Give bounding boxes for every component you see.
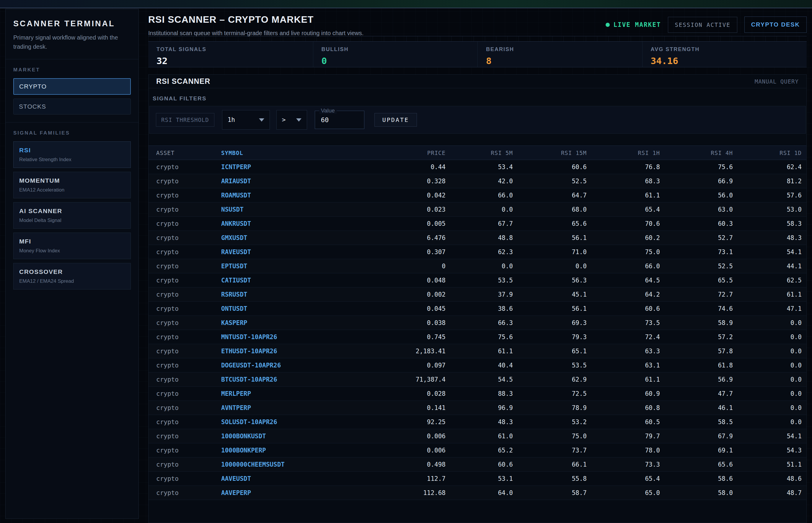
cell-rsi-4h: 58.0 (668, 489, 741, 497)
stat-label: TOTAL SIGNALS (157, 46, 313, 53)
symbol-link[interactable]: AAVEUSDT (217, 475, 380, 482)
cell-price: 112.68 (380, 489, 453, 497)
family-desc: Money Flow Index (19, 248, 125, 254)
cell-rsi-4h: 52.5 (668, 263, 741, 270)
market-button-crypto[interactable]: CRYPTO (13, 78, 131, 95)
cell-price: 0.005 (380, 220, 453, 227)
top-decor-bar (0, 0, 812, 8)
symbol-link[interactable]: MNTUSDT-10APR26 (217, 333, 380, 341)
stat-bullish: BULLISH 0 (313, 42, 478, 67)
table-row[interactable]: crypto EPTUSDT 0 0.0 0.0 66.0 52.5 44.1 (148, 259, 806, 273)
cell-rsi-5m: 48.8 (453, 234, 520, 241)
table-row[interactable]: crypto AVNTPERP 0.141 96.9 78.9 60.8 46.… (148, 401, 806, 415)
symbol-link[interactable]: ICNTPERP (217, 163, 380, 170)
table-row[interactable]: crypto MNTUSDT-10APR26 0.745 75.6 79.3 7… (148, 330, 806, 344)
family-card-crossover[interactable]: CROSSOVER EMA12 / EMA24 Spread (13, 263, 131, 290)
table-row[interactable]: crypto ARIAUSDT 0.328 42.0 52.5 68.3 66.… (148, 174, 806, 188)
cell-asset: crypto (148, 263, 217, 270)
cell-asset: crypto (148, 220, 217, 227)
table-row[interactable]: crypto ANKRUSDT 0.005 67.7 65.6 70.6 60.… (148, 217, 806, 231)
table-row[interactable]: crypto BTCUSDT-10APR26 71,387.4 54.5 62.… (148, 373, 806, 386)
symbol-link[interactable]: ONTUSDT (217, 305, 380, 312)
cell-rsi-1h: 76.8 (594, 163, 668, 170)
table-row[interactable]: crypto GMXUSDT 6.476 48.8 56.1 60.2 52.7… (148, 231, 806, 245)
sidebar: SCANNER TERMINAL Primary signal workflow… (5, 9, 139, 519)
table-row[interactable]: crypto RAVEUSDT 0.307 62.3 71.0 75.0 73.… (148, 245, 806, 259)
column-header-symbol: SYMBOL (217, 150, 380, 156)
symbol-link[interactable]: RSRUSDT (217, 291, 380, 298)
symbol-link[interactable]: DOGEUSDT-10APR26 (217, 362, 380, 369)
cell-rsi-5m: 61.1 (453, 348, 520, 355)
cell-rsi-5m: 53.1 (453, 475, 520, 482)
timeframe-select[interactable]: 1h (222, 110, 270, 130)
symbol-link[interactable]: ANKRUSDT (217, 220, 380, 227)
table-row[interactable]: crypto AAVEPERP 112.68 64.0 58.7 65.0 58… (148, 486, 806, 500)
symbol-link[interactable]: BTCUSDT-10APR26 (217, 376, 380, 383)
table-row[interactable]: crypto RSRUSDT 0.002 37.9 45.1 64.2 72.7… (148, 287, 806, 302)
table-row[interactable]: crypto DOGEUSDT-10APR26 0.097 40.4 53.5 … (148, 358, 806, 373)
family-card-ai-scanner[interactable]: AI SCANNER Model Delta Signal (13, 202, 131, 229)
cell-rsi-1d: 0.0 (741, 348, 806, 355)
table-row[interactable]: crypto ONTUSDT 0.045 38.6 56.1 60.6 74.6… (148, 302, 806, 316)
cell-price: 92.25 (380, 418, 453, 426)
threshold-value-input[interactable]: Value 60 (315, 111, 364, 129)
symbol-link[interactable]: ROAMUSDT (217, 192, 380, 199)
table-row[interactable]: crypto ETHUSDT-10APR26 2,183.41 61.1 65.… (148, 344, 806, 358)
table-row[interactable]: crypto AAVEUSDT 112.7 53.1 55.8 65.4 58.… (148, 472, 806, 486)
symbol-link[interactable]: RAVEUSDT (217, 249, 380, 256)
cell-rsi-5m: 88.3 (453, 390, 520, 397)
cell-rsi-1h: 63.3 (594, 348, 668, 355)
symbol-link[interactable]: SOLUSDT-10APR26 (217, 418, 380, 426)
scanner-header: RSI SCANNER MANUAL QUERY (148, 75, 806, 88)
symbol-link[interactable]: EPTUSDT (217, 263, 380, 270)
symbol-link[interactable]: 1000BONKPERP (217, 447, 380, 454)
cell-rsi-4h: 65.5 (668, 277, 741, 284)
symbol-link[interactable]: NSUSDT (217, 206, 380, 213)
table-row[interactable]: crypto CATIUSDT 0.048 53.5 56.3 64.5 65.… (148, 273, 806, 287)
family-name: CROSSOVER (19, 268, 125, 275)
family-card-momentum[interactable]: MOMENTUM EMA12 Acceleration (13, 172, 131, 198)
column-header-rsi-5m: RSI 5M (453, 150, 520, 156)
cell-rsi-1d: 51.1 (741, 461, 806, 468)
cell-asset: crypto (148, 433, 217, 440)
symbol-link[interactable]: GMXUSDT (217, 234, 380, 241)
cell-rsi-15m: 52.5 (520, 178, 594, 185)
symbol-link[interactable]: ETHUSDT-10APR26 (217, 348, 380, 355)
cell-rsi-1d: 48.7 (741, 489, 806, 497)
cell-price: 0.328 (380, 178, 453, 185)
table-row[interactable]: crypto NSUSDT 0.023 0.0 68.0 65.4 63.0 5… (148, 202, 806, 217)
cell-asset: crypto (148, 475, 217, 482)
symbol-link[interactable]: KASPERP (217, 319, 380, 326)
symbol-link[interactable]: 1000BONKUSDT (217, 433, 380, 440)
table-row[interactable]: crypto ICNTPERP 0.44 53.4 60.6 76.8 75.6… (148, 160, 806, 174)
family-card-mfi[interactable]: MFI Money Flow Index (13, 233, 131, 259)
symbol-link[interactable]: AAVEPERP (217, 489, 380, 497)
table-row[interactable]: crypto 1000BONKUSDT 0.006 61.0 75.0 79.7… (148, 429, 806, 443)
families-section-label: SIGNAL FAMILIES (13, 130, 131, 136)
table-row[interactable]: crypto ROAMUSDT 0.042 66.0 64.7 61.1 56.… (148, 188, 806, 202)
cell-rsi-1h: 78.0 (594, 447, 668, 454)
symbol-link[interactable]: MERLPERP (217, 390, 380, 397)
table-row[interactable]: crypto KASPERP 0.038 66.3 69.3 73.5 58.9… (148, 316, 806, 330)
cell-rsi-1d: 0.0 (741, 362, 806, 369)
table-row[interactable]: crypto SOLUSDT-10APR26 92.25 48.3 53.2 6… (148, 415, 806, 429)
table-row[interactable]: crypto 1000BONKPERP 0.006 65.2 73.7 78.0… (148, 443, 806, 457)
cell-rsi-1h: 65.0 (594, 489, 668, 497)
table-row[interactable]: crypto 1000000CHEEMSUSDT 0.498 60.6 66.1… (148, 457, 806, 472)
table-row[interactable]: crypto MERLPERP 0.028 88.3 72.5 60.9 47.… (148, 386, 806, 401)
symbol-link[interactable]: 1000000CHEEMSUSDT (217, 461, 380, 468)
cell-rsi-4h: 65.6 (668, 461, 741, 468)
family-card-rsi[interactable]: RSI Relative Strength Index (13, 141, 131, 168)
update-button[interactable]: UPDATE (374, 113, 417, 127)
cell-rsi-4h: 56.9 (668, 376, 741, 383)
cell-rsi-1d: 54.1 (741, 433, 806, 440)
page-header: RSI SCANNER – CRYPTO MARKET Institutiona… (148, 9, 807, 36)
column-header-rsi-1d: RSI 1D (741, 150, 806, 156)
cell-rsi-1d: 58.3 (741, 220, 806, 227)
symbol-link[interactable]: CATIUSDT (217, 277, 380, 284)
comparator-select[interactable]: > (276, 110, 307, 130)
crypto-desk-button[interactable]: CRYPTO DESK (744, 17, 807, 33)
market-button-stocks[interactable]: STOCKS (13, 98, 131, 114)
symbol-link[interactable]: AVNTPERP (217, 404, 380, 411)
symbol-link[interactable]: ARIAUSDT (217, 178, 380, 185)
